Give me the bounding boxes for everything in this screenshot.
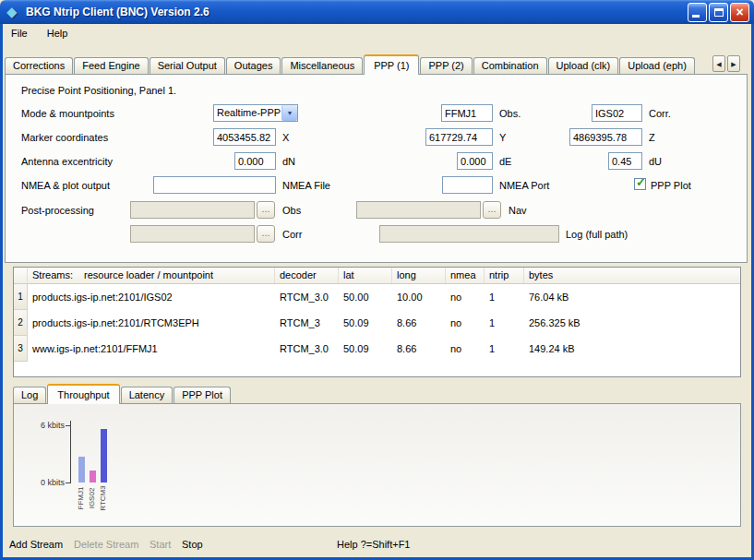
- table-row[interactable]: 2 products.igs-ip.net:2101/RTCM3EPH RTCM…: [14, 310, 740, 336]
- mode-mountpoints-label: Mode & mountpoints: [21, 108, 114, 119]
- y-tick-0: [66, 483, 70, 483]
- tab-scroll-left-button[interactable]: ◀: [712, 55, 725, 72]
- add-stream-button[interactable]: Add Stream: [9, 539, 63, 550]
- tab-log[interactable]: Log: [13, 387, 46, 403]
- tab-ppp-2[interactable]: PPP (2): [420, 57, 472, 74]
- chart-x-label: FFMJ1: [77, 480, 86, 517]
- stop-button[interactable]: Stop: [182, 539, 203, 550]
- window-border-left: [0, 24, 3, 560]
- browse-corr-button: ...: [257, 225, 275, 243]
- help-label[interactable]: Help ?=Shift+F1: [337, 539, 411, 550]
- du-label: dU: [649, 156, 662, 167]
- mountpoint-header-label: resource loader / mountpoint: [84, 269, 213, 280]
- tab-ppp-plot[interactable]: PPP Plot: [174, 387, 231, 403]
- tab-corrections[interactable]: Corrections: [5, 57, 73, 74]
- tab-upload-clk[interactable]: Upload (clk): [548, 57, 619, 74]
- ppp-plot-label: PPP Plot: [651, 180, 691, 191]
- header-long: long: [392, 268, 446, 283]
- close-icon: ×: [731, 4, 748, 21]
- pp-nav-label: Nav: [509, 205, 527, 216]
- minimize-icon: [692, 15, 700, 18]
- dn-field[interactable]: [234, 152, 276, 170]
- tab-scroll-right-button[interactable]: ▶: [727, 55, 740, 72]
- chart-bar-ffmj1: [78, 457, 85, 483]
- header-ntrip: ntrip: [485, 268, 524, 283]
- y-tick-6: [66, 425, 70, 426]
- menu-help[interactable]: Help: [39, 24, 77, 42]
- panel-title: Precise Point Positioning, Panel 1.: [21, 85, 176, 96]
- pp-log-field: [379, 225, 559, 243]
- nmea-port-field[interactable]: [442, 176, 493, 194]
- cell-lat: 50.09: [339, 310, 392, 336]
- z-coordinate-field[interactable]: [569, 128, 642, 146]
- minimize-button[interactable]: [688, 3, 707, 22]
- maximize-icon: [714, 8, 724, 17]
- corr-label: Corr.: [649, 108, 671, 119]
- right-arrow-icon: ▶: [731, 61, 736, 67]
- cell-ntrip: 1: [485, 310, 524, 336]
- main-tab-bar: Corrections Feed Engine Serial Output Ou…: [5, 54, 696, 74]
- chart-x-label: IGS02: [88, 480, 97, 517]
- row-number[interactable]: 2: [14, 310, 28, 336]
- tab-feed-engine[interactable]: Feed Engine: [74, 57, 148, 74]
- start-button: Start: [150, 539, 171, 550]
- tab-outages[interactable]: Outages: [226, 57, 281, 74]
- table-row[interactable]: 3 www.igs-ip.net:2101/FFMJ1 RTCM_3.0 50.…: [14, 336, 740, 362]
- chart-bar-rtcm3: [101, 429, 107, 483]
- tab-upload-eph[interactable]: Upload (eph): [619, 57, 695, 74]
- table-header: Streams:resource loader / mountpoint dec…: [14, 268, 740, 284]
- cell-long: 10.00: [392, 284, 446, 310]
- row-number[interactable]: 3: [14, 336, 28, 362]
- tab-latency[interactable]: Latency: [121, 387, 174, 403]
- chevron-down-icon: ▼: [281, 105, 297, 121]
- x-label: X: [282, 132, 289, 143]
- ppp-plot-checkbox[interactable]: ✓: [634, 178, 646, 190]
- streams-label: Streams:: [32, 269, 73, 280]
- z-label: Z: [649, 132, 655, 143]
- chart-x-label: RTCM3: [99, 480, 108, 517]
- cell-mountpoint: www.igs-ip.net:2101/FFMJ1: [28, 336, 275, 362]
- check-icon: ✓: [636, 175, 646, 189]
- de-field[interactable]: [457, 152, 493, 170]
- maximize-button[interactable]: [709, 3, 728, 22]
- table-row[interactable]: 1 products.igs-ip.net:2101/IGS02 RTCM_3.…: [14, 284, 740, 310]
- mode-dropdown[interactable]: Realtime-PPP ▼: [213, 104, 298, 122]
- tab-throughput[interactable]: Throughput: [47, 384, 119, 404]
- corr-mountpoint-field[interactable]: [592, 104, 642, 122]
- cell-decoder: RTCM_3: [275, 310, 339, 336]
- cell-bytes: 149.24 kB: [524, 336, 740, 362]
- app-window: ◆ BKG Ntrip Client (BNC) Version 2.6 × F…: [0, 0, 754, 560]
- menu-file[interactable]: File: [3, 24, 36, 42]
- header-corner: [14, 268, 28, 283]
- throughput-plot: 6 kbits 0 kbits FFMJ1IGS02RTCM3: [14, 404, 740, 526]
- obs-mountpoint-field[interactable]: [441, 104, 493, 122]
- ppp-panel: Precise Point Positioning, Panel 1. Mode…: [5, 74, 748, 263]
- y-tick-label-bottom: 0 kbits: [23, 478, 65, 487]
- tab-ppp-1[interactable]: PPP (1): [364, 54, 419, 75]
- nmea-file-field[interactable]: [153, 176, 276, 194]
- du-field[interactable]: [608, 152, 642, 170]
- y-tick-label-top: 6 kbits: [23, 421, 65, 430]
- cell-ntrip: 1: [485, 336, 524, 362]
- tab-miscellaneous[interactable]: Miscellaneous: [281, 57, 363, 74]
- tab-serial-output[interactable]: Serial Output: [150, 57, 225, 74]
- row-number[interactable]: 1: [14, 284, 28, 310]
- obs-label: Obs.: [499, 108, 521, 119]
- x-coordinate-field[interactable]: [213, 128, 276, 146]
- pp-corr-field: [130, 225, 255, 243]
- cell-nmea: no: [446, 310, 485, 336]
- app-icon: ◆: [6, 4, 23, 20]
- nmea-file-label: NMEA File: [282, 180, 330, 191]
- cell-mountpoint: products.igs-ip.net:2101/IGS02: [28, 284, 275, 310]
- post-processing-label: Post-processing: [21, 205, 94, 216]
- cell-lat: 50.00: [339, 284, 392, 310]
- tab-combination[interactable]: Combination: [473, 57, 547, 74]
- titlebar[interactable]: ◆ BKG Ntrip Client (BNC) Version 2.6 ×: [0, 0, 754, 24]
- header-decoder: decoder: [275, 268, 339, 283]
- header-nmea: nmea: [446, 268, 485, 283]
- throughput-chart: 6 kbits 0 kbits FFMJ1IGS02RTCM3: [13, 403, 741, 527]
- header-mountpoint: Streams:resource loader / mountpoint: [28, 268, 275, 283]
- y-coordinate-field[interactable]: [425, 128, 493, 146]
- close-button[interactable]: ×: [730, 3, 749, 22]
- browse-nav-button: ...: [483, 201, 501, 219]
